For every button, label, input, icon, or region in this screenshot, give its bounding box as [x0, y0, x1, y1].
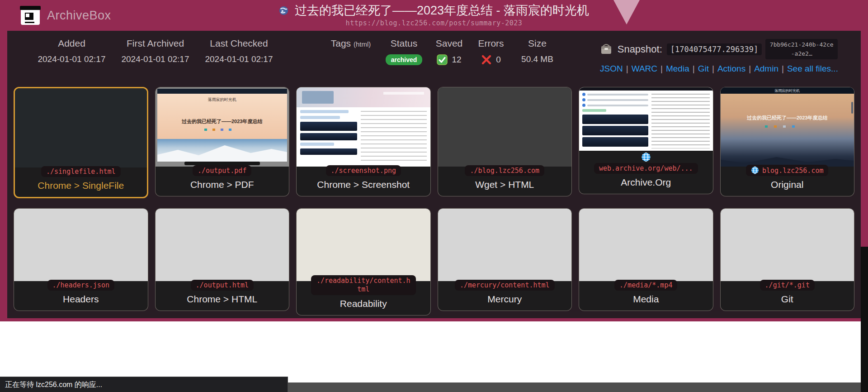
wget-thumbnail [438, 87, 572, 167]
media-title: Media [582, 294, 710, 305]
errors-cross-icon [481, 54, 492, 65]
card-mercury[interactable]: ./mercury/content.html Mercury [438, 208, 572, 311]
archivebox-logo-icon[interactable] [21, 6, 40, 25]
card-chrome-html[interactable]: ./output.html Chrome > HTML [155, 208, 290, 311]
readability-path: ./readability/content.html [311, 275, 416, 295]
site-favicon-globe-icon [279, 6, 288, 15]
saved-count: 12 [452, 55, 461, 65]
singlefile-path: ./singlefile.html [41, 166, 121, 177]
card-original[interactable]: 落雨宸的时光机 过去的我已经死了——2023年度总结 blog.lzc2 [720, 87, 855, 196]
link-actions[interactable]: Actions [717, 64, 745, 73]
pdf-path: ./output.pdf [193, 165, 251, 176]
app-name-link[interactable]: ArchiveBox [47, 9, 111, 23]
headers-thumbnail [14, 209, 148, 281]
snapshot-box-icon [600, 44, 612, 55]
pdf-thumbnail: 落雨宸的时光机 过去的我已经死了——2023年度总结 [156, 87, 289, 167]
singlefile-title: Chrome > SingleFile [18, 180, 144, 191]
headers-path: ./headers.json [47, 280, 114, 291]
original-path-pill: blog.lzc256.com [746, 165, 828, 176]
archive-org-title: Archive.Org [582, 177, 710, 188]
card-archive-org[interactable]: web.archive.org/web/... Archive.Org [579, 87, 713, 194]
snapshot-detail-panel: Added 2024-01-01 02:17 First Archived 20… [7, 31, 861, 318]
saved-check-icon [437, 54, 448, 65]
meta-size: Size 50.4 MB [511, 38, 563, 83]
link-git[interactable]: Git [698, 64, 709, 73]
archive-org-thumbnail [579, 87, 713, 151]
page-title: 过去的我已经死了——2023年度总结 - 落雨宸的时光机 [295, 2, 589, 19]
chrome-html-path: ./output.html [191, 280, 254, 291]
card-chrome-singlefile[interactable]: ./singlefile.html Chrome > SingleFile [14, 87, 148, 198]
right-dark-strip [861, 247, 868, 392]
snapshot-id-block: Snapshot: [1704075477.296339] 7bb96c21-2… [589, 38, 849, 83]
tags-value: (html) [354, 40, 371, 48]
metadata-row: Added 2024-01-01 02:17 First Archived 20… [7, 31, 861, 83]
chrome-html-thumbnail [156, 209, 289, 281]
screenshot-thumbnail [297, 87, 430, 167]
archive-org-globe-icon [641, 152, 651, 162]
link-warc[interactable]: WARC [632, 64, 657, 73]
link-json[interactable]: JSON [600, 64, 623, 73]
archive-org-path: web.archive.org/web/... [594, 163, 698, 174]
card-readability[interactable]: ./readability/content.html Readability [296, 208, 431, 316]
card-chrome-pdf[interactable]: 落雨宸的时光机 过去的我已经死了——2023年度总结 ./output.pdf … [155, 87, 290, 196]
card-wget-html[interactable]: ./blog.lzc256.com Wget > HTML [438, 87, 572, 196]
original-title: Original [723, 179, 852, 190]
meta-errors: Errors 0 [471, 38, 511, 83]
wget-title: Wget > HTML [441, 179, 569, 190]
snapshot-url: https://blog.lzc256.com/post/summary-202… [212, 19, 656, 27]
snapshot-timestamp: [1704075477.296339] [667, 43, 762, 55]
headers-title: Headers [17, 294, 145, 305]
screenshot-path: ./screenshot.png [326, 165, 401, 176]
singlefile-thumbnail [15, 88, 147, 167]
status-badge: archived [386, 54, 423, 65]
mercury-title: Mercury [441, 294, 569, 305]
meta-status: Status archived [380, 38, 428, 83]
original-globe-icon [751, 166, 759, 174]
snapshot-title-link[interactable]: 过去的我已经死了——2023年度总结 - 落雨宸的时光机 [212, 2, 656, 19]
git-path: ./git/*.git [760, 280, 815, 291]
card-chrome-screenshot[interactable]: ./screenshot.png Chrome > Screenshot [296, 87, 431, 196]
errors-count: 0 [496, 55, 501, 65]
archivebox-page: ArchiveBox 过去的我已经死了——2023年度总结 - 落雨宸的时光机 … [0, 0, 868, 321]
git-title: Git [723, 294, 852, 305]
snapshot-title-block: 过去的我已经死了——2023年度总结 - 落雨宸的时光机 https://blo… [212, 2, 656, 27]
size-value: 50.4 MB [511, 54, 563, 64]
git-thumbnail [721, 209, 854, 281]
chrome-html-title: Chrome > HTML [158, 294, 287, 305]
browser-page-area: 正在等待 lzc256.com 的响应... [0, 321, 868, 392]
card-media[interactable]: ./media/*.mp4 Media [579, 208, 713, 311]
link-admin[interactable]: Admin [754, 64, 778, 73]
meta-added: Added 2024-01-01 02:17 [32, 38, 111, 83]
browser-status-tooltip: 正在等待 lzc256.com 的响应... [0, 377, 288, 392]
header-triangle-decoration [613, 0, 640, 24]
mercury-path: ./mercury/content.html [455, 280, 555, 291]
app-header: ArchiveBox 过去的我已经死了——2023年度总结 - 落雨宸的时光机 … [0, 0, 868, 31]
snapshot-uuid: 7bb96c21-240b-42ce-a2e2… [765, 39, 838, 59]
meta-last-checked: Last Checked 2024-01-01 02:17 [199, 38, 278, 83]
original-thumbnail: 落雨宸的时光机 过去的我已经死了——2023年度总结 [721, 87, 854, 167]
media-thumbnail [579, 209, 713, 281]
wget-path: ./blog.lzc256.com [465, 165, 544, 176]
screenshot-title: Chrome > Screenshot [299, 179, 428, 190]
readability-title: Readability [299, 298, 428, 309]
mercury-thumbnail [438, 209, 572, 281]
readability-thumbnail [297, 209, 430, 281]
meta-saved: Saved 12 [428, 38, 471, 83]
link-media[interactable]: Media [666, 64, 689, 73]
card-headers[interactable]: ./headers.json Headers [14, 208, 148, 311]
snapshot-links: JSON|WARC|Media|Git|Actions|Admin|See al… [589, 64, 849, 74]
page-gray-band [288, 382, 868, 392]
media-path: ./media/*.mp4 [614, 280, 677, 291]
snapshot-label: Snapshot: [618, 43, 662, 55]
meta-first-archived: First Archived 2024-01-01 02:17 [116, 38, 195, 83]
original-path: blog.lzc256.com [762, 167, 823, 175]
archive-methods-grid: ./singlefile.html Chrome > SingleFile 落雨… [7, 87, 861, 316]
pdf-title: Chrome > PDF [158, 179, 287, 190]
meta-tags: Tags (html) [321, 38, 380, 83]
card-git[interactable]: ./git/*.git Git [720, 208, 855, 311]
link-see-all-files[interactable]: See all files... [787, 64, 838, 73]
